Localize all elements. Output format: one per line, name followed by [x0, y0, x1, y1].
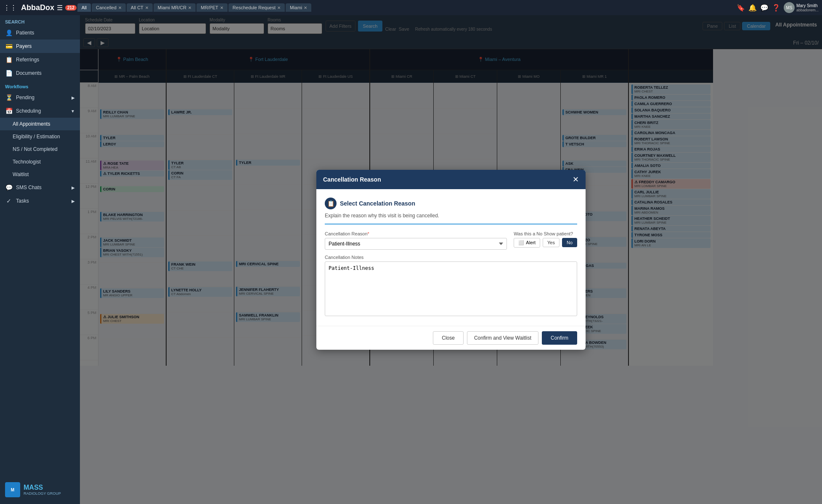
sidebar-label-scheduling: Scheduling [16, 108, 41, 114]
mass-logo-text: MASS [24, 484, 61, 491]
modal-overlay: Cancellation Reason ✕ 📋 Select Cancelati… [80, 15, 822, 504]
no-show-group: Was this a No Show patient? ⬜ Alert Yes … [514, 231, 577, 248]
help-icon[interactable]: ❓ [772, 4, 780, 12]
user-info[interactable]: MS Mary Smith abbadorem... [784, 2, 819, 13]
sidebar-item-documents[interactable]: 📄 Documents [0, 66, 80, 80]
alert-button[interactable]: ⬜ Alert [514, 238, 540, 248]
sidebar-label-tasks: Tasks [16, 198, 29, 204]
sidebar-item-patients[interactable]: 👤 Patients [0, 26, 80, 40]
apps-icon[interactable]: ⋮⋮ [3, 4, 17, 12]
sms-arrow: ▶ [72, 185, 75, 190]
notes-label: Cancellation Notes [325, 255, 577, 260]
reason-label: Cancellation Reason* [325, 231, 507, 236]
sidebar-item-referrings[interactable]: 📋 Referrings [0, 53, 80, 66]
tasks-icon: ✓ [5, 198, 13, 204]
sidebar-label-referrings: Referrings [16, 57, 39, 63]
content-area: Schedule Date Location Location Modality… [80, 15, 822, 504]
sidebar-label-technologist: Technologist [13, 159, 41, 165]
app-logo: AbbaDox [21, 3, 54, 12]
sms-icon: 💬 [5, 184, 13, 191]
sidebar-label-payers: Payers [16, 43, 32, 49]
tab-all-ct[interactable]: All CT ✕ [127, 3, 153, 12]
tab-miami[interactable]: Miami ✕ [286, 3, 311, 12]
search-section-label: Search [0, 15, 80, 26]
referrings-icon: 📋 [5, 56, 13, 63]
payers-icon: 💳 [5, 43, 13, 50]
modal-footer: Close Confirm and View Waitlist Confirm [316, 326, 586, 350]
workflows-section-label: Workflows [0, 80, 80, 91]
tab-mrpet[interactable]: MR/PET ✕ [196, 3, 228, 12]
tab-miami-mrcr[interactable]: Miami MR/CR ✕ [154, 3, 196, 12]
modal-section-icon: 📋 [325, 198, 337, 209]
sidebar-label-sms: SMS Chats [16, 185, 42, 190]
sidebar-label-all-appointments: All Appointments [13, 121, 50, 127]
sidebar-label-eligibility: Eligibility / Estimation [13, 134, 60, 140]
user-name-display: Mary Smith abbadorem... [796, 3, 819, 12]
documents-icon: 📄 [5, 70, 13, 77]
tab-mrcr-close[interactable]: ✕ [188, 5, 191, 10]
modal-section-title: Select Cancelation Reason [340, 200, 415, 207]
modal-form-row-reason: Cancellation Reason* Patient-Illness Phy… [325, 231, 577, 250]
no-show-buttons: ⬜ Alert Yes No [514, 238, 577, 248]
sidebar-label-ns: NS / Not Completed [13, 146, 58, 152]
scheduling-arrow: ▼ [71, 109, 75, 113]
mass-logo: M MASS RADIOLOGY GROUP [0, 475, 80, 504]
sidebar-label-patients: Patients [16, 30, 34, 36]
sidebar-item-technologist[interactable]: Technologist [0, 156, 80, 168]
sidebar-item-eligibility[interactable]: Eligibility / Estimation [0, 130, 80, 143]
menu-icon[interactable]: ☰ [57, 4, 63, 12]
chat-icon[interactable]: 💬 [760, 4, 769, 12]
cancellation-notes-group: Cancellation Notes Patient-Illness [325, 255, 577, 317]
bookmark-icon[interactable]: 🔖 [737, 4, 745, 12]
alert-icon: ⬜ [518, 240, 524, 245]
no-button[interactable]: No [562, 238, 577, 247]
main-layout: Search 👤 Patients 💳 Payers 📋 Referrings … [0, 15, 822, 504]
confirm-view-waitlist-button[interactable]: Confirm and View Waitlist [467, 331, 538, 345]
sidebar-item-ns[interactable]: NS / Not Completed [0, 143, 80, 156]
modal-section-header: 📋 Select Cancelation Reason [325, 198, 577, 209]
notification-icon[interactable]: 🔔 [748, 4, 757, 12]
tasks-arrow: ▶ [72, 199, 75, 203]
sidebar-label-pending: Pending [16, 95, 34, 100]
tab-bar: 212 All Cancelled ✕ All CT ✕ Miami MR/CR… [65, 3, 734, 12]
alert-label: Alert [526, 240, 536, 245]
modal-close-button[interactable]: ✕ [573, 175, 579, 184]
avatar: MS [784, 2, 795, 13]
tab-reschedule-close[interactable]: ✕ [277, 5, 281, 10]
sidebar-item-tasks[interactable]: ✓ Tasks ▶ [0, 194, 80, 208]
sidebar: Search 👤 Patients 💳 Payers 📋 Referrings … [0, 15, 80, 504]
sidebar-item-all-appointments[interactable]: All Appointments [0, 118, 80, 130]
app-name: AbbaDox [21, 3, 54, 12]
modal-title: Cancellation Reason [323, 176, 381, 183]
sidebar-item-waitlist[interactable]: Waitlist [0, 168, 80, 181]
mass-logo-icon: M [5, 482, 20, 497]
tab-mrpet-close[interactable]: ✕ [220, 5, 223, 10]
cancellation-notes-textarea[interactable]: Patient-Illness [325, 261, 577, 316]
tab-all[interactable]: All [77, 3, 91, 12]
no-show-label: Was this a No Show patient? [514, 231, 577, 236]
yes-button[interactable]: Yes [543, 238, 559, 247]
tab-cancelled[interactable]: Cancelled ✕ [92, 3, 126, 12]
tab-allct-close[interactable]: ✕ [145, 5, 148, 10]
sidebar-item-sms[interactable]: 💬 SMS Chats ▶ [0, 181, 80, 194]
sidebar-item-payers[interactable]: 💳 Payers [0, 40, 80, 53]
modal-description: Explain the reason why this visit is bei… [325, 213, 577, 224]
patients-icon: 👤 [5, 29, 13, 36]
top-icons: 🔖 🔔 💬 ❓ MS Mary Smith abbadorem... [737, 2, 819, 13]
cancellation-reason-group: Cancellation Reason* Patient-Illness Phy… [325, 231, 507, 250]
modal-header: Cancellation Reason ✕ [316, 170, 586, 189]
cancellation-reason-select[interactable]: Patient-Illness Physician Request Insura… [325, 238, 507, 250]
tab-cancelled-close[interactable]: ✕ [118, 5, 122, 10]
close-modal-button[interactable]: Close [433, 331, 464, 345]
modal-body: 📋 Select Cancelation Reason Explain the … [316, 189, 586, 326]
tab-reschedule[interactable]: Reschedule Request ✕ [228, 3, 285, 12]
scheduling-icon: 📅 [5, 108, 13, 114]
sidebar-item-pending[interactable]: ⏳ Pending ▶ [0, 91, 80, 104]
sidebar-item-scheduling[interactable]: 📅 Scheduling ▼ [0, 104, 80, 118]
tab-miami-close[interactable]: ✕ [304, 5, 307, 10]
cancellation-reason-modal: Cancellation Reason ✕ 📋 Select Cancelati… [316, 170, 586, 350]
tab-badge-count: 212 [65, 5, 77, 11]
confirm-button[interactable]: Confirm [542, 331, 577, 345]
pending-arrow: ▶ [72, 95, 75, 100]
top-bar: ⋮⋮ AbbaDox ☰ 212 All Cancelled ✕ All CT … [0, 0, 822, 15]
